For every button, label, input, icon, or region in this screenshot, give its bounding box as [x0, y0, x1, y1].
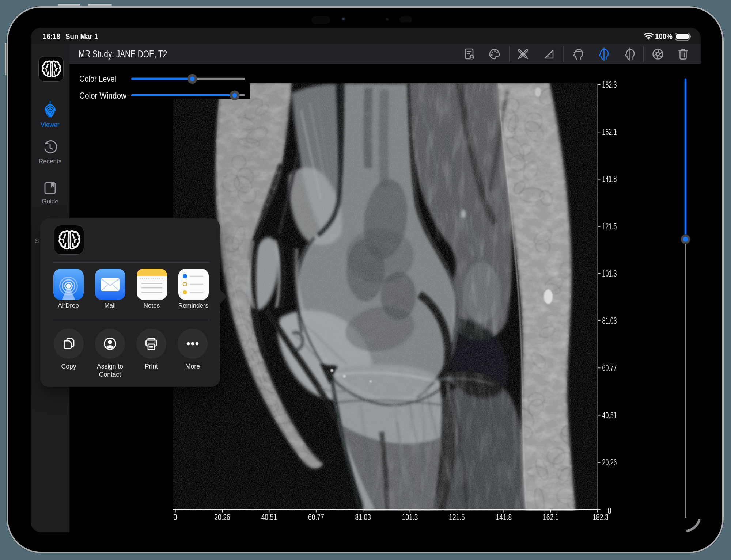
svg-text:182.3: 182.3	[592, 513, 609, 522]
svg-text:60.77: 60.77	[308, 513, 324, 522]
svg-text:141.8: 141.8	[496, 513, 512, 522]
svg-text:81.03: 81.03	[355, 513, 371, 522]
svg-text:0: 0	[608, 506, 611, 516]
svg-text:0: 0	[174, 513, 177, 522]
svg-text:60.77: 60.77	[602, 363, 617, 373]
svg-text:182.3: 182.3	[602, 80, 617, 89]
svg-text:162.1: 162.1	[543, 513, 559, 522]
svg-text:101.3: 101.3	[402, 513, 418, 522]
svg-text:40.51: 40.51	[602, 411, 617, 420]
svg-text:40.51: 40.51	[261, 513, 277, 522]
svg-text:81.03: 81.03	[602, 316, 617, 325]
svg-text:20.26: 20.26	[214, 513, 230, 522]
svg-text:162.1: 162.1	[602, 127, 617, 137]
svg-text:20.26: 20.26	[602, 458, 617, 467]
svg-text:101.3: 101.3	[602, 269, 617, 278]
svg-text:141.8: 141.8	[602, 174, 617, 184]
svg-text:Color Window: Color Window	[79, 91, 126, 100]
svg-text:121.5: 121.5	[602, 222, 617, 231]
svg-text:Color Level: Color Level	[79, 74, 116, 84]
svg-text:121.5: 121.5	[449, 513, 465, 522]
